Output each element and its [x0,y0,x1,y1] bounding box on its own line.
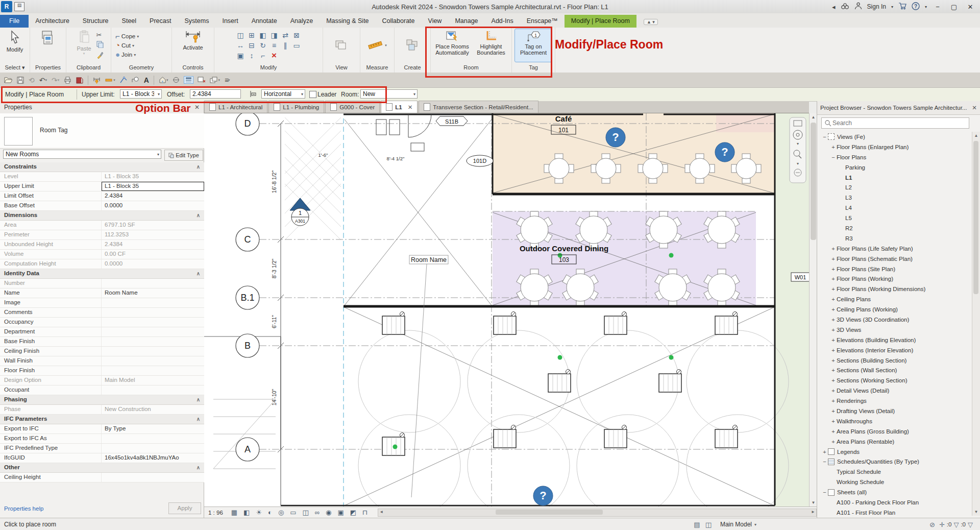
browser-item-area-plans-gross-building-[interactable]: +Area Plans (Gross Building) [817,426,973,437]
expand-icon[interactable]: + [830,327,837,333]
modify-tool-icon-9[interactable]: ≡ [272,41,276,50]
view-tab-l1-architectural[interactable]: L1 - Architectural [204,101,267,113]
ribbon-tab-add-ins[interactable]: Add-Ins [485,15,520,28]
browser-item-floor-plans-working-dimensions[interactable]: +Floor Plans (Working Dimensions) [817,284,973,294]
horizontal-scroll-thumb[interactable] [496,510,603,515]
copy-icon[interactable] [96,41,104,50]
property-value-image[interactable] [102,298,204,307]
cart-icon[interactable] [898,2,906,11]
selection-filter-select[interactable]: New Rooms▾ [3,150,161,159]
press-drag-icon[interactable]: ✛ [937,521,947,528]
browser-item-elevations-interior-elevation-[interactable]: +Elevations (Interior Elevation) [817,345,973,355]
property-value-upper-limit[interactable]: L1 - Block 35 [102,182,204,191]
modify-tool-icon-14[interactable]: ⌐ [261,52,265,60]
ribbon-tab-systems[interactable]: Systems [178,15,215,28]
expand-icon[interactable]: + [830,286,837,292]
property-value-ifcguid[interactable]: 16x45o1kv4a8k1NBJmuYAo [102,453,204,463]
property-value-department[interactable] [102,327,204,336]
browser-item-r2[interactable]: R2 [817,223,973,233]
property-value-base-finish[interactable] [102,337,204,346]
expand-icon[interactable]: + [830,408,837,414]
close-inactive-views-icon[interactable]: ✕ [198,77,205,83]
revit-logo-icon[interactable]: R [1,1,12,12]
browser-item-floor-plans-enlarged-plan-[interactable]: +Floor Plans (Enlarged Plan) [817,142,973,152]
modify-tool-icon-5[interactable]: ⊠ [293,31,300,39]
detail-level-icon[interactable]: ▦ [228,509,240,516]
project-browser-header[interactable]: Project Browser - Snowdon Towers Sample … [817,101,980,115]
filter-settings-icon[interactable]: ▽ [966,521,980,528]
browser-item-ceiling-plans-working-[interactable]: +Ceiling Plans (Working) [817,304,973,315]
modify-tool-icon-8[interactable]: ↻ [260,41,266,50]
thin-lines-icon[interactable] [184,77,193,83]
browser-item-elevations-building-elevation-[interactable]: +Elevations (Building Elevation) [817,335,973,345]
browser-item-sections-building-section-[interactable]: +Sections (Building Section) [817,355,973,366]
horizontal-scrollbar[interactable]: ◄ ► [378,509,817,517]
panel-label-clipboard[interactable]: Clipboard [66,63,111,73]
ribbon-tab-view[interactable]: View [422,15,449,28]
property-section-dimensions[interactable]: Dimensions∧ [0,211,204,221]
paste-button[interactable]: Paste ▾ [74,29,94,62]
navigation-bar[interactable]: ▾ ▾ [790,117,806,183]
room-select[interactable]: New▾ [360,89,418,99]
expand-icon[interactable]: + [830,428,837,435]
crop-view-icon[interactable]: ▭ [287,509,299,516]
view-scale[interactable]: 1 : 96 [204,510,228,516]
door-tag[interactable]: 101D [467,155,493,166]
grid-bubble-B.1[interactable]: B.1 [236,286,259,309]
tag-by-category-icon[interactable] [132,77,139,83]
browser-item-3d-views[interactable]: +3D Views [817,325,973,335]
browser-item-area-plans-rentable-[interactable]: +Area Plans (Rentable) [817,437,973,447]
property-section-identity-data[interactable]: Identity Data∧ [0,269,204,279]
default-3d-view-icon[interactable]: ▾ [159,77,168,83]
grid-bubble-D[interactable]: D [236,113,259,135]
browser-scroll-thumb[interactable] [973,141,978,294]
switch-windows-icon[interactable]: ▾ [210,77,220,83]
expand-icon[interactable]: + [830,266,837,272]
modify-tool-icon-4[interactable]: ⇄ [282,31,288,39]
modify-tool-icon-13[interactable]: ↕ [250,52,254,60]
modify-button[interactable]: Modify [2,29,28,62]
browser-item-typical-schedule[interactable]: Typical Schedule [817,467,973,477]
design-options-icon[interactable]: ◫ [703,521,714,528]
minimize-button[interactable]: − [932,3,943,11]
expand-icon[interactable]: + [830,246,837,252]
view-tab-close-icon[interactable]: ✕ [408,104,413,111]
detail-line-icon[interactable] [120,77,127,83]
measure-qat-icon[interactable] [93,77,101,84]
drawing-canvas[interactable]: DCB.1BA 16'-8 1/2" 8'-3 1/2" 6'-11" 14'-… [204,113,809,507]
browser-item-sections-working-section-[interactable]: +Sections (Working Section) [817,375,973,386]
property-section-other[interactable]: Other∧ [0,463,204,473]
edit-type-button[interactable]: Edit Type [164,150,203,161]
modify-tool-icon-10[interactable]: ∥ [284,41,287,50]
property-value-name[interactable]: Room Name [102,288,204,298]
exclude-options-icon[interactable]: ⊘ [927,521,937,528]
section-tag[interactable]: S11B [436,116,468,126]
scroll-right-icon[interactable]: ► [811,509,815,515]
expand-icon[interactable]: + [830,317,837,323]
create-group-icon[interactable] [405,38,420,53]
ribbon-tab-massing-site[interactable]: Massing & Site [320,15,375,28]
ribbon-tab-architecture[interactable]: Architecture [29,15,76,28]
browser-item-detail-views-detail-[interactable]: +Detail Views (Detail) [817,386,973,396]
reveal-hidden-elements-icon[interactable]: ◉ [323,509,334,516]
search-box[interactable] [821,117,969,129]
view-tab-g000-cover[interactable]: G000 - Cover [325,101,380,113]
panel-label-modify[interactable]: Modify [214,63,323,73]
property-value-ceiling-finish[interactable] [102,347,204,356]
expand-icon[interactable]: + [830,388,837,394]
browser-item-l1[interactable]: L1 [817,173,973,183]
expand-icon[interactable]: + [830,144,837,150]
match-type-icon[interactable] [96,52,104,60]
browser-item-a100-parking-deck-floor-plan[interactable]: A100 - Parking Deck Floor Plan [817,497,973,508]
ribbon-tab-insert[interactable]: Insert [215,15,244,28]
print-icon[interactable] [64,77,71,84]
expand-icon[interactable]: + [830,367,837,373]
scroll-left-icon[interactable]: ◄ [379,509,383,515]
activate-controls-button[interactable]: Activate [179,29,207,62]
orientation-select[interactable]: Horizontal▾ [261,89,305,99]
worksharing-display-icon[interactable]: ◩ [347,509,359,516]
property-value-base-offset[interactable]: 0.0000 [102,201,204,210]
property-section-phasing[interactable]: Phasing∧ [0,395,204,405]
grid-bubbles[interactable]: DCB.1BA [236,113,259,461]
scroll-up-icon[interactable]: ▲ [810,113,817,121]
